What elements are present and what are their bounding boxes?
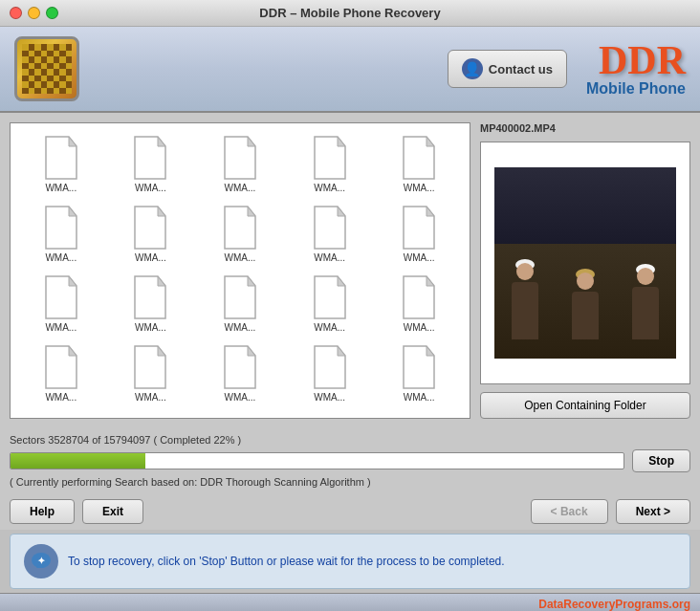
file-item[interactable]: WMA...	[108, 131, 194, 197]
file-item[interactable]: WMA...	[108, 271, 194, 337]
maximize-button[interactable]	[46, 7, 58, 19]
file-item[interactable]: WMA...	[376, 131, 462, 197]
file-item[interactable]: WMA...	[287, 201, 373, 267]
close-button[interactable]	[10, 7, 22, 19]
file-icon	[400, 344, 438, 390]
file-label: WMA...	[404, 183, 435, 193]
file-item[interactable]: WMA...	[197, 340, 283, 406]
file-label: WMA...	[314, 183, 345, 193]
file-label: WMA...	[45, 183, 77, 193]
file-icon	[131, 205, 169, 251]
bottom-nav: Help Exit < Back Next >	[0, 499, 700, 530]
mobile-text: Mobile Phone	[586, 80, 686, 98]
file-label: WMA...	[135, 183, 166, 193]
file-item[interactable]: WMA...	[197, 131, 283, 197]
stop-button[interactable]: Stop	[632, 449, 690, 472]
nav-right: < Back Next >	[531, 499, 690, 524]
file-icon	[42, 135, 80, 181]
file-item[interactable]: WMA...	[287, 271, 373, 337]
contact-label: Contact us	[489, 62, 553, 76]
info-bar: ✦ To stop recovery, click on 'Stop' Butt…	[10, 534, 690, 589]
performer-1	[512, 282, 538, 339]
progress-area: Sectors 3528704 of 15794097 ( Completed …	[0, 428, 700, 499]
file-grid: WMA... WMA... WMA...	[18, 131, 462, 406]
file-icon	[400, 135, 438, 181]
file-icon	[42, 344, 80, 390]
performer-head-2	[577, 273, 594, 290]
file-icon	[400, 205, 438, 251]
contact-button[interactable]: 👤 Contact us	[448, 50, 567, 88]
ddr-text: DDR	[586, 40, 686, 80]
performer-head-1	[516, 263, 534, 280]
app-logo	[14, 36, 79, 101]
file-icon	[42, 205, 80, 251]
ddr-logo-area: DDR Mobile Phone	[586, 40, 686, 98]
performer-2	[572, 292, 599, 339]
file-icon	[42, 274, 80, 320]
file-label: WMA...	[135, 392, 166, 403]
file-item[interactable]: WMA...	[376, 271, 462, 337]
exit-button[interactable]: Exit	[82, 499, 143, 524]
file-label: WMA...	[314, 252, 345, 263]
preview-panel: MP400002.MP4	[480, 122, 690, 419]
info-message: To stop recovery, click on 'Stop' Button…	[68, 555, 505, 568]
title-bar: DDR – Mobile Phone Recovery	[0, 0, 700, 27]
contact-icon: 👤	[462, 58, 483, 79]
window-controls[interactable]	[10, 7, 58, 19]
chat-icon-svg: ✦	[31, 551, 52, 572]
file-icon	[221, 205, 259, 251]
file-item[interactable]: WMA...	[197, 271, 283, 337]
file-grid-container[interactable]: WMA... WMA... WMA...	[10, 122, 470, 419]
window-title: DDR – Mobile Phone Recovery	[259, 6, 440, 20]
file-icon	[311, 344, 349, 390]
open-containing-folder-button[interactable]: Open Containing Folder	[480, 392, 690, 419]
file-label: WMA...	[314, 392, 345, 403]
file-label: WMA...	[45, 392, 77, 403]
file-item[interactable]: WMA...	[18, 340, 104, 406]
chess-cell	[66, 88, 73, 95]
file-label: WMA...	[135, 322, 166, 333]
file-item[interactable]: WMA...	[197, 201, 283, 267]
file-item[interactable]: WMA...	[287, 131, 373, 197]
file-icon	[400, 274, 438, 320]
preview-box	[480, 142, 690, 384]
file-icon	[131, 135, 169, 181]
footer: DataRecoveryPrograms.org	[0, 593, 700, 611]
file-item[interactable]: WMA...	[287, 340, 373, 406]
file-item[interactable]: WMA...	[18, 201, 104, 267]
file-icon	[221, 135, 259, 181]
file-icon	[221, 344, 259, 390]
progress-bar-fill	[11, 453, 145, 469]
progress-info: Sectors 3528704 of 15794097 ( Completed …	[10, 434, 690, 446]
file-icon	[131, 344, 169, 390]
file-item[interactable]: WMA...	[108, 201, 194, 267]
performer-head-3	[637, 268, 654, 285]
file-icon	[311, 205, 349, 251]
back-button[interactable]: < Back	[531, 499, 608, 524]
help-button[interactable]: Help	[10, 499, 75, 524]
file-label: WMA...	[225, 183, 256, 193]
chess-logo	[22, 44, 72, 94]
file-label: WMA...	[404, 252, 435, 263]
file-label: WMA...	[404, 392, 435, 403]
file-label: WMA...	[314, 322, 345, 333]
file-label: WMA...	[404, 322, 435, 333]
file-icon	[311, 274, 349, 320]
preview-filename: MP400002.MP4	[480, 122, 690, 134]
file-item[interactable]: WMA...	[108, 340, 194, 406]
minimize-button[interactable]	[28, 7, 40, 19]
file-item[interactable]: WMA...	[376, 201, 462, 267]
file-label: WMA...	[45, 322, 77, 333]
file-item[interactable]: WMA...	[376, 340, 462, 406]
info-icon: ✦	[24, 544, 58, 578]
file-label: WMA...	[225, 252, 256, 263]
header: 👤 Contact us DDR Mobile Phone	[0, 27, 700, 113]
file-label: WMA...	[225, 392, 256, 403]
video-performers	[494, 282, 676, 339]
file-item[interactable]: WMA...	[18, 271, 104, 337]
file-label: WMA...	[135, 252, 166, 263]
file-icon	[221, 274, 259, 320]
scanning-info: ( Currently performing Search based on: …	[10, 476, 690, 488]
next-button[interactable]: Next >	[616, 499, 690, 524]
file-item[interactable]: WMA...	[18, 131, 104, 197]
